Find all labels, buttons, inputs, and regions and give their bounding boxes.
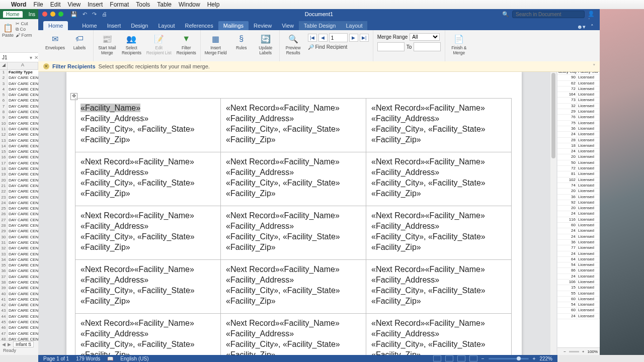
envelopes-button[interactable]: ✉︎Envelopes [45, 32, 65, 50]
excel-row[interactable]: 32DAY CARE CENTER [0, 246, 38, 251]
merge-range-select[interactable]: All [410, 33, 440, 41]
merge-field-name[interactable]: «Facility_Name» [425, 265, 485, 274]
merge-field-name[interactable]: «Facility_Name» [134, 265, 194, 274]
excel-row[interactable]: 27DAY CARE CENTER [0, 218, 38, 223]
merge-from-input[interactable] [377, 42, 405, 51]
filter-bar-close-icon[interactable]: ✕ [43, 63, 49, 69]
merge-field-name[interactable]: «Facility_Name» [280, 211, 340, 220]
merge-field-next[interactable]: «Next Record» [226, 265, 280, 274]
merge-field-zip[interactable]: «Facility_Zip» [80, 135, 130, 144]
excel-right-row[interactable]: 54Licensed [557, 262, 600, 268]
zoom-in-button[interactable]: + [533, 356, 536, 361]
excel-right-row[interactable]: 32Licensed [557, 104, 600, 109]
merge-field-zip[interactable]: «Facility_Zip» [226, 297, 276, 305]
excel-row[interactable]: 41DAY CARE CENTER [0, 297, 38, 303]
merge-field-next[interactable]: «Next Record» [226, 104, 280, 112]
save-icon[interactable]: 💾 [70, 11, 77, 18]
label-cell[interactable]: «Next Record»«Facility_Name»«Facility_Ad… [221, 206, 366, 260]
label-cell[interactable]: «Next Record»«Facility_Name»«Facility_Ad… [75, 206, 221, 260]
merge-field-name[interactable]: «Facility_Name» [280, 265, 340, 274]
mac-menu-file[interactable]: File [33, 1, 43, 8]
merge-field-address[interactable]: «Facility_Address» [80, 114, 148, 123]
merge-field-citystate[interactable]: «Facility_City», «Facility_State» [371, 232, 486, 241]
excel-right-row[interactable]: 62Licensed [557, 81, 600, 86]
excel-col-a[interactable]: A [8, 62, 38, 69]
merge-field-zip[interactable]: «Facility_Zip» [226, 350, 276, 355]
merge-field-address[interactable]: «Facility_Address» [226, 222, 294, 230]
excel-sheet-tab[interactable]: Infant S [13, 341, 34, 347]
merge-field-next[interactable]: «Next Record» [226, 211, 280, 220]
excel-right-row[interactable]: 24Licensed [557, 234, 600, 240]
excel-row[interactable]: 33DAY CARE CENTER [0, 252, 38, 257]
excel-row[interactable]: 7DAY CARE CENTER [0, 104, 38, 110]
label-cell[interactable]: «Next Record»«Facility_Name»«Facility_Ad… [366, 99, 512, 152]
merge-field-address[interactable]: «Facility_Address» [80, 168, 148, 176]
excel-row[interactable]: 23DAY CARE CENTER [0, 195, 38, 201]
excel-zoom-value[interactable]: 100% [588, 349, 598, 354]
merge-field-name[interactable]: «Facility_Name» [280, 104, 340, 112]
status-language[interactable]: English (US) [120, 356, 148, 361]
merge-field-zip[interactable]: «Facility_Zip» [371, 189, 421, 198]
excel-right-row[interactable]: 116Licensed [557, 217, 600, 223]
sheet-nav-prev[interactable]: ◀ [2, 342, 6, 347]
excel-copy-button[interactable]: ⧉ Co [16, 27, 32, 32]
label-cell[interactable]: «Next Record»«Facility_Name»«Facility_Ad… [366, 260, 512, 314]
zoom-slider[interactable] [489, 358, 529, 359]
label-cell[interactable]: «Next Record»«Facility_Name»«Facility_Ad… [366, 314, 512, 355]
excel-row[interactable]: 25DAY CARE CENTER [0, 206, 38, 212]
excel-right-row[interactable]: 24Licensed [557, 251, 600, 257]
merge-field-next[interactable]: «Next Record» [80, 265, 134, 274]
excel-row[interactable]: 13DAY CARE CENTER [0, 138, 38, 144]
mac-menu-edit[interactable]: Edit [50, 1, 61, 8]
edit-recipient-list-button[interactable]: 📝Edit Recipient List [146, 32, 172, 55]
merge-field-name[interactable]: «Facility_Name» [425, 157, 485, 166]
merge-field-next[interactable]: «Next Record» [371, 319, 425, 327]
excel-row[interactable]: 34DAY CARE CENTER [0, 257, 38, 263]
merge-field-citystate[interactable]: «Facility_City», «Facility_State» [371, 125, 486, 133]
view-outline[interactable] [457, 355, 465, 361]
excel-name-box[interactable]: J1▾✕ [0, 53, 38, 62]
excel-right-row[interactable]: 55Licensed [557, 291, 600, 297]
excel-right-row[interactable]: 24Licensed [557, 274, 600, 280]
ribbon-collapse-icon[interactable]: ˄ [591, 24, 594, 30]
filter-bar-chevron-icon[interactable]: ˅ [593, 63, 596, 70]
label-cell[interactable]: «Next Record»«Facility_Name»«Facility_Ad… [221, 99, 366, 152]
merge-field-next[interactable]: «Next Record» [371, 157, 425, 166]
excel-right-row[interactable]: 72Licensed [557, 166, 600, 171]
merge-field-name[interactable]: «Facility_Name» [425, 319, 485, 327]
excel-row[interactable]: 29DAY CARE CENTER [0, 229, 38, 234]
merge-field-zip[interactable]: «Facility_Zip» [80, 243, 130, 251]
merge-field-citystate[interactable]: «Facility_City», «Facility_State» [371, 340, 486, 348]
excel-right-row[interactable]: 36Licensed [557, 195, 600, 200]
status-words[interactable]: 179 Words [76, 356, 100, 361]
merge-field-zip[interactable]: «Facility_Zip» [80, 350, 130, 355]
excel-zoom-in[interactable]: + [582, 349, 585, 354]
merge-field-zip[interactable]: «Facility_Zip» [80, 189, 130, 198]
excel-right-row[interactable]: 20Licensed [557, 154, 600, 160]
excel-right-row[interactable]: 81Licensed [557, 171, 600, 177]
mac-menu-tools[interactable]: Tools [136, 1, 150, 8]
excel-row[interactable]: 36DAY CARE CENTER [0, 268, 38, 274]
merge-field-name[interactable]: «Facility_Name» [280, 157, 340, 166]
excel-right-row[interactable]: 73Licensed [557, 98, 600, 103]
excel-row[interactable]: 24DAY CARE CENTER [0, 201, 38, 206]
merge-field-address[interactable]: «Facility_Address» [226, 114, 294, 123]
merge-field-name[interactable]: «Facility_Name» [425, 104, 485, 112]
excel-row[interactable]: 47DAY CARE CENTER [0, 331, 38, 337]
search-input[interactable] [512, 11, 585, 18]
excel-right-row[interactable]: 54Licensed [557, 302, 600, 308]
excel-row[interactable]: 40DAY CARE CENTER [0, 292, 38, 297]
tab-table-layout[interactable]: Layout [341, 21, 367, 30]
merge-field-address[interactable]: «Facility_Address» [371, 329, 439, 338]
excel-select-all[interactable]: ◢ [0, 62, 8, 69]
excel-row[interactable]: 26DAY CARE CENTER [0, 212, 38, 217]
excel-row[interactable]: 2DAY CARE CENTER [0, 75, 38, 81]
excel-row[interactable]: 38DAY CARE CENTER [0, 280, 38, 286]
merge-field-citystate[interactable]: «Facility_City», «Facility_State» [80, 340, 195, 348]
start-mail-merge-button[interactable]: 📰Start Mail Merge [98, 32, 117, 55]
excel-row[interactable]: 22DAY CARE CENTER [0, 189, 38, 195]
excel-tab-insert[interactable]: Ins [29, 12, 35, 17]
merge-field-address[interactable]: «Facility_Address» [226, 329, 294, 338]
merge-field-next[interactable]: «Next Record» [226, 157, 280, 166]
excel-right-row[interactable]: 74Licensed [557, 183, 600, 189]
